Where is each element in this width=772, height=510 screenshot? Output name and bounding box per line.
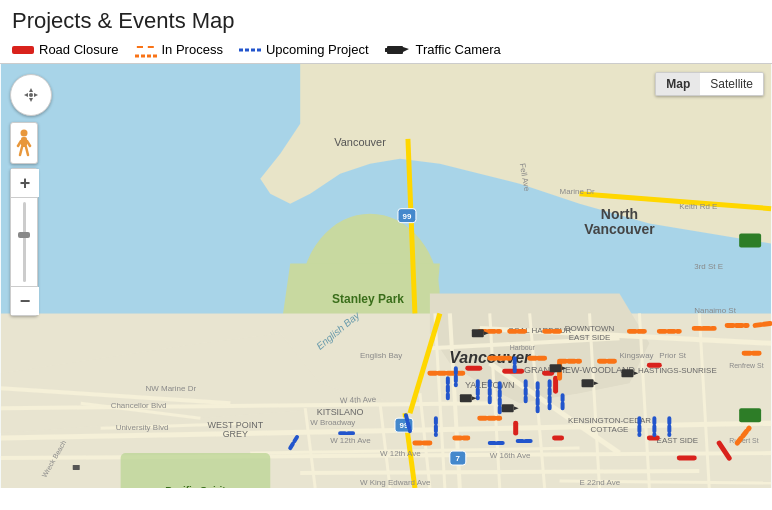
pegman-control[interactable]	[10, 122, 38, 164]
svg-rect-4	[385, 48, 388, 52]
svg-line-161	[18, 141, 21, 146]
svg-point-159	[21, 130, 28, 137]
svg-text:NW Marine Dr: NW Marine Dr	[146, 384, 197, 393]
svg-text:DOWNTOWN: DOWNTOWN	[565, 324, 615, 333]
svg-text:E 22nd Ave: E 22nd Ave	[580, 478, 621, 487]
svg-rect-149	[472, 329, 484, 337]
in-process-label: In Process	[162, 42, 223, 57]
zoom-in-button[interactable]: +	[11, 169, 39, 197]
svg-text:W 12th Ave: W 12th Ave	[380, 449, 421, 458]
svg-line-120	[755, 323, 771, 325]
legend-road-closure: Road Closure	[12, 42, 119, 57]
svg-text:Prior St: Prior St	[659, 351, 686, 360]
pan-control[interactable]	[10, 74, 52, 116]
road-closure-label: Road Closure	[39, 42, 119, 57]
legend-in-process: In Process	[135, 42, 223, 57]
svg-marker-155	[29, 98, 33, 102]
svg-rect-143	[502, 404, 514, 412]
svg-line-164	[26, 147, 28, 155]
legend-upcoming-project: Upcoming Project	[239, 42, 369, 57]
legend-traffic-camera: Traffic Camera	[385, 42, 501, 57]
svg-text:GRANDVIEW-WOODLAND: GRANDVIEW-WOODLAND	[524, 365, 635, 375]
map-type-controls: Map Satellite	[655, 72, 764, 96]
svg-text:Keith Rd E: Keith Rd E	[679, 202, 717, 211]
svg-rect-47	[121, 453, 271, 488]
map-type-satellite-button[interactable]: Satellite	[700, 73, 763, 95]
svg-text:GREY: GREY	[223, 429, 248, 439]
svg-line-162	[27, 141, 30, 146]
svg-marker-3	[403, 47, 409, 52]
svg-text:99: 99	[403, 212, 412, 221]
in-process-swatch	[135, 46, 157, 54]
svg-text:University Blvd: University Blvd	[116, 423, 169, 432]
map-type-map-button[interactable]: Map	[656, 73, 700, 95]
zoom-controls: + −	[10, 168, 38, 316]
svg-rect-45	[739, 234, 761, 248]
svg-text:KITSILANO: KITSILANO	[317, 407, 364, 417]
svg-rect-141	[460, 394, 472, 402]
svg-text:Nanaimo St: Nanaimo St	[694, 306, 736, 315]
svg-rect-151	[621, 369, 633, 377]
upcoming-project-label: Upcoming Project	[266, 42, 369, 57]
svg-text:English Bay: English Bay	[360, 351, 402, 360]
svg-text:Rupert St: Rupert St	[729, 437, 759, 445]
svg-text:EAST SIDE: EAST SIDE	[569, 333, 610, 342]
svg-marker-156	[24, 93, 28, 97]
zoom-out-button[interactable]: −	[11, 287, 39, 315]
svg-rect-46	[739, 408, 761, 422]
svg-text:7: 7	[456, 454, 461, 463]
svg-rect-2	[387, 46, 403, 54]
svg-text:W King Edward Ave: W King Edward Ave	[360, 478, 431, 487]
svg-text:COTTAGE: COTTAGE	[591, 425, 629, 434]
legend: Road Closure In Process Upcoming Project…	[0, 38, 772, 63]
traffic-camera-label: Traffic Camera	[416, 42, 501, 57]
svg-line-26	[300, 471, 699, 473]
svg-marker-157	[34, 93, 38, 97]
svg-line-163	[20, 147, 22, 155]
svg-text:W 4th Ave: W 4th Ave	[340, 395, 377, 405]
traffic-camera-swatch	[385, 42, 411, 57]
upcoming-project-swatch	[239, 42, 261, 57]
svg-text:Stanley Park: Stanley Park	[332, 292, 404, 306]
svg-text:EAST SIDE: EAST SIDE	[657, 436, 698, 445]
svg-text:North: North	[601, 206, 638, 222]
zoom-slider-track[interactable]	[23, 202, 26, 282]
svg-text:W 16th Ave: W 16th Ave	[490, 451, 531, 460]
svg-text:Kingsway: Kingsway	[619, 351, 653, 360]
map-controls: + −	[10, 74, 52, 316]
svg-text:Chancellor Blvd: Chancellor Blvd	[111, 401, 167, 410]
page-title: Projects & Events Map	[0, 0, 772, 38]
svg-text:Vancouver: Vancouver	[584, 221, 655, 237]
svg-rect-153	[73, 465, 80, 470]
map-background: 99 99 7 Pacific Spirit Regional Park Sta…	[0, 64, 772, 488]
svg-text:Pacific Spirit: Pacific Spirit	[165, 484, 226, 488]
svg-text:W 12th Ave: W 12th Ave	[330, 436, 371, 445]
svg-text:Vancouver: Vancouver	[334, 136, 386, 148]
svg-text:Harbour: Harbour	[510, 344, 536, 351]
svg-marker-154	[29, 88, 33, 92]
svg-rect-147	[582, 379, 594, 387]
road-closure-swatch	[12, 46, 34, 54]
zoom-slider-thumb[interactable]	[18, 232, 30, 238]
svg-text:Renfrew St: Renfrew St	[729, 362, 764, 369]
map-container[interactable]: 99 99 7 Pacific Spirit Regional Park Sta…	[0, 63, 772, 488]
svg-rect-145	[550, 364, 562, 372]
svg-text:3rd St E: 3rd St E	[694, 262, 723, 271]
svg-rect-160	[21, 137, 27, 147]
svg-point-158	[29, 93, 33, 97]
svg-text:W Broadway: W Broadway	[310, 418, 355, 427]
svg-text:Marine Dr: Marine Dr	[560, 187, 595, 196]
